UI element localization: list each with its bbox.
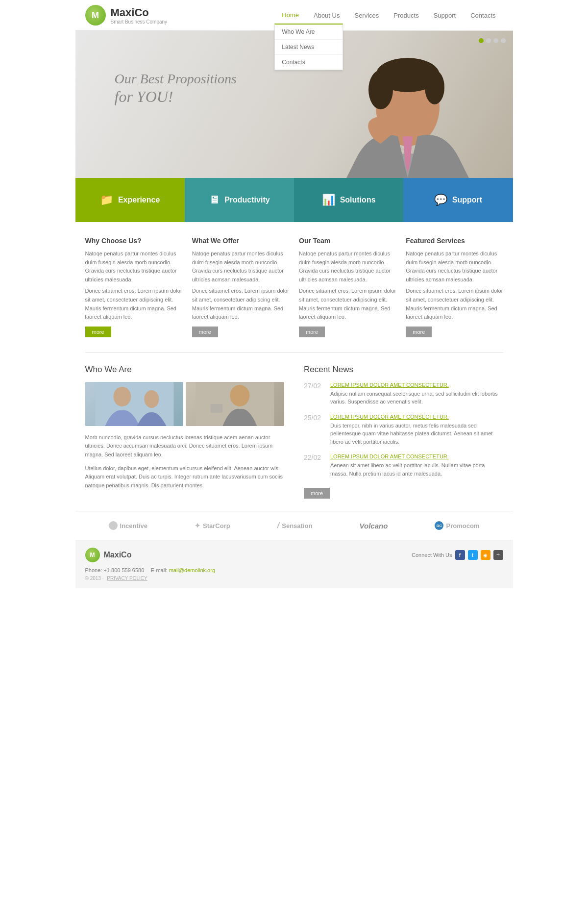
nav-item-support[interactable]: Support [426, 7, 464, 24]
facebook-icon[interactable]: f [455, 550, 465, 560]
logo[interactable]: M MaxiCo Smart Business Company [85, 5, 168, 25]
partner-starcorp-icon: ✦ [195, 522, 200, 529]
col-team-title: Our Team [299, 237, 396, 245]
nav-item-contacts[interactable]: Contacts [463, 7, 503, 24]
dropdown-item-news[interactable]: Latest News [275, 40, 343, 55]
col-featured: Featured Services Natoqe penatus partur … [406, 237, 503, 337]
productivity-icon: 🖥 [209, 194, 220, 206]
svg-point-8 [144, 390, 159, 408]
news-date-2: 25/02 [304, 414, 323, 446]
who-we-are: Who We Are Morb nuncodi [85, 365, 285, 499]
hero-dot-2[interactable] [486, 38, 491, 43]
news-text-1: Adipisc nullam consequat scelerisque urn… [330, 390, 503, 406]
dropdown-item-who[interactable]: Who We Are [275, 25, 343, 40]
news-text-2: Duis tempor, nibh in varius auctor, metu… [330, 422, 503, 446]
col-why-choose: Why Choose Us? Natoqe penatus partur mon… [85, 237, 182, 337]
news-link-1[interactable]: LOREM IPSUM DOLOR AMET CONSECTETUR. [330, 382, 503, 388]
col-what-offer: What We Offer Natoqe penatus partur mont… [192, 237, 289, 337]
footer-info: Phone: +1 800 559 6580 E-mail: mail@demo… [85, 567, 503, 573]
col-team: Our Team Natoqe penatus partur montes di… [299, 237, 396, 337]
news-content-1: LOREM IPSUM DOLOR AMET CONSECTETUR. Adip… [330, 382, 503, 406]
partner-promocom[interactable]: DC Promocom [435, 521, 479, 530]
info-section: Why Choose Us? Natoqe penatus partur mon… [75, 222, 513, 352]
col-featured-text1: Natoqe penatus partur montes diculus dui… [406, 250, 503, 284]
footer: M MaxiCo Connect With Us f t ◉ + Phone: … [75, 540, 513, 588]
who-text2: Utelius dolor, dapibus eget, elementum v… [85, 464, 285, 490]
nav-item-about[interactable]: About Us [306, 7, 347, 24]
col-why-text1: Natoqe penatus partur montes diculus dui… [85, 250, 182, 284]
hero-text: Our Best Propositions for YOU! [115, 70, 237, 106]
connect-label: Connect With Us [412, 552, 452, 558]
partners-section: Incentive ✦ StarCorp / Sensation Volcano… [75, 511, 513, 540]
svg-point-4 [368, 70, 393, 109]
svg-point-7 [113, 387, 131, 406]
feature-box-solutions[interactable]: 📊 Solutions [294, 178, 403, 222]
partner-incentive[interactable]: Incentive [109, 521, 147, 530]
news-link-2[interactable]: LOREM IPSUM DOLOR AMET CONSECTETUR. [330, 414, 503, 420]
nav-dropdown: Who We Are Latest News Contacts [274, 24, 343, 70]
svg-rect-11 [211, 404, 223, 413]
news-more-btn[interactable]: more [304, 488, 330, 499]
news-title: Recent News [304, 365, 503, 375]
plus-icon[interactable]: + [493, 550, 503, 560]
svg-point-5 [425, 70, 444, 104]
solutions-label: Solutions [340, 196, 376, 204]
col-why-text2: Donec situamet eros. Lorem ipsum dolor s… [85, 287, 182, 321]
bottom-section: Who We Are Morb nuncodi [75, 353, 513, 511]
news-item-2: 25/02 LOREM IPSUM DOLOR AMET CONSECTETUR… [304, 414, 503, 446]
news-date-3: 22/02 [304, 454, 323, 478]
dropdown-item-contacts[interactable]: Contacts [275, 55, 343, 70]
news-text-3: Aenean sit amet libero ac velit porttito… [330, 461, 503, 478]
logo-initial: M [92, 10, 99, 21]
footer-logo[interactable]: M MaxiCo [85, 548, 132, 562]
twitter-icon[interactable]: t [468, 550, 478, 560]
who-image-left [85, 382, 184, 426]
logo-circle: M [85, 5, 106, 25]
email-label: E-mail: [150, 567, 167, 573]
partner-sensation[interactable]: / Sensation [277, 521, 313, 530]
news-link-3[interactable]: LOREM IPSUM DOLOR AMET CONSECTETUR. [330, 454, 503, 459]
hero-line1: Our Best Propositions [115, 70, 237, 88]
header: M MaxiCo Smart Business Company Home Who… [75, 0, 513, 31]
partner-volcano[interactable]: Volcano [360, 522, 388, 530]
col-team-text2: Donec situamet eros. Lorem ipsum dolor s… [299, 287, 396, 321]
hero-dot-4[interactable] [501, 38, 506, 43]
logo-name: MaxiCo [111, 6, 168, 19]
news-date-1: 27/02 [304, 382, 323, 406]
partner-sensation-icon: / [277, 521, 279, 530]
nav-item-home[interactable]: Home Who We Are Latest News Contacts [274, 6, 306, 25]
partner-starcorp[interactable]: ✦ StarCorp [195, 522, 230, 529]
col-offer-text2: Donec situamet eros. Lorem ipsum dolor s… [192, 287, 289, 321]
main-nav: Home Who We Are Latest News Contacts Abo… [274, 6, 503, 25]
feature-box-productivity[interactable]: 🖥 Productivity [185, 178, 294, 222]
col-offer-btn[interactable]: more [192, 327, 218, 337]
hero-dot-3[interactable] [493, 38, 498, 43]
hero-person [332, 31, 484, 178]
logo-tagline: Smart Business Company [111, 19, 168, 25]
hero-dot-1[interactable] [479, 38, 484, 43]
col-offer-title: What We Offer [192, 237, 289, 245]
footer-copy: © 2013 · PRIVACY POLICY [85, 576, 503, 581]
news-content-2: LOREM IPSUM DOLOR AMET CONSECTETUR. Duis… [330, 414, 503, 446]
phone-number: +1 800 559 6580 [103, 567, 144, 573]
feature-box-experience[interactable]: 📁 Experience [75, 178, 185, 222]
col-team-text1: Natoqe penatus partur montes diculus dui… [299, 250, 396, 284]
feature-boxes: 📁 Experience 🖥 Productivity 📊 Solutions … [75, 178, 513, 222]
hero-dots [479, 38, 506, 43]
privacy-link[interactable]: PRIVACY POLICY [107, 576, 147, 581]
productivity-label: Productivity [224, 196, 270, 204]
nav-item-products[interactable]: Products [386, 7, 426, 24]
email-link[interactable]: mail@demolink.org [169, 567, 215, 573]
col-featured-text2: Donec situamet eros. Lorem ipsum dolor s… [406, 287, 503, 321]
nav-item-services[interactable]: Services [347, 7, 386, 24]
col-team-btn[interactable]: more [299, 327, 325, 337]
partner-promocom-icon: DC [435, 521, 443, 530]
footer-logo-name: MaxiCo [104, 551, 132, 559]
rss-icon[interactable]: ◉ [481, 550, 490, 560]
col-offer-text1: Natoqe penatus partur montes diculus dui… [192, 250, 289, 284]
footer-logo-circle: M [85, 548, 100, 562]
feature-box-support[interactable]: 💬 Support [403, 178, 513, 222]
who-title: Who We Are [85, 365, 285, 375]
col-why-btn[interactable]: more [85, 327, 111, 337]
col-featured-btn[interactable]: more [406, 327, 432, 337]
